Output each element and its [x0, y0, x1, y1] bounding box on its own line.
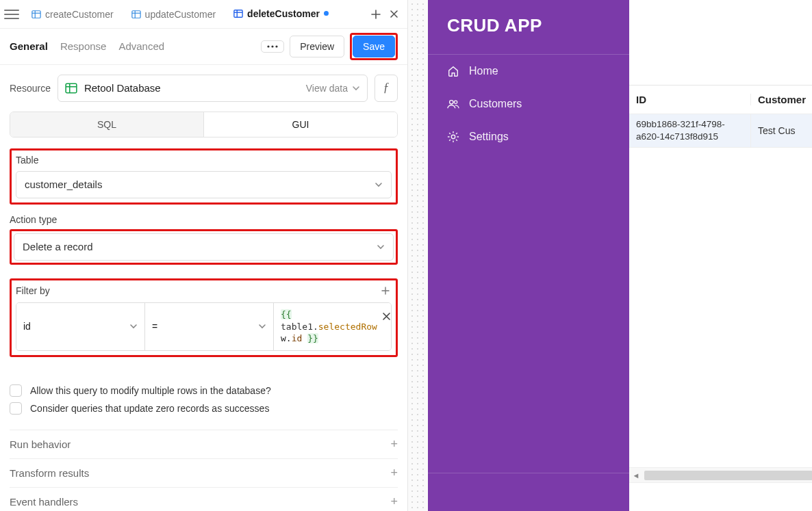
- option-zero-success[interactable]: Consider queries that update zero record…: [10, 402, 398, 415]
- gear-icon: [447, 131, 459, 143]
- ellipsis-icon: [267, 45, 278, 48]
- app-title: CRUD APP: [428, 0, 629, 55]
- add-tab-button[interactable]: [368, 6, 384, 23]
- menu-icon[interactable]: [4, 7, 19, 22]
- option-label: Consider queries that update zero record…: [30, 403, 269, 414]
- app-preview-panel: CRUD APP Home Customers Settings ID Cust…: [408, 0, 812, 511]
- table-footer: [629, 482, 812, 511]
- checkbox[interactable]: [10, 402, 22, 415]
- section-label: Run behavior: [10, 438, 71, 450]
- svg-point-11: [276, 45, 278, 47]
- save-highlight: Save: [350, 33, 398, 60]
- resource-label: Resource: [10, 83, 51, 94]
- chevron-down-icon: [377, 243, 385, 251]
- mode-tab-sql[interactable]: SQL: [10, 112, 204, 137]
- table-value: customer_details: [25, 179, 102, 190]
- tab-label: deleteCustomer: [247, 8, 320, 19]
- cell-customer: Test Cus: [751, 125, 812, 136]
- nav-item-settings[interactable]: Settings: [428, 120, 629, 153]
- tab-label: updateCustomer: [145, 9, 216, 20]
- view-data-button[interactable]: View data: [306, 83, 360, 94]
- svg-rect-6: [234, 10, 242, 17]
- mode-tabs: SQL GUI: [10, 112, 398, 137]
- nav-item-home[interactable]: Home: [428, 55, 629, 88]
- section-event-handlers[interactable]: Event handlers +: [10, 487, 398, 511]
- expr-obj: table1: [281, 322, 313, 332]
- filter-key-select[interactable]: id: [16, 303, 145, 350]
- filter-key-value: id: [23, 321, 31, 332]
- svg-rect-12: [66, 83, 77, 93]
- view-data-label: View data: [306, 83, 348, 94]
- section-transform-results[interactable]: Transform results +: [10, 458, 398, 487]
- section-run-behavior[interactable]: Run behavior +: [10, 430, 398, 458]
- table-icon: [131, 10, 141, 19]
- scroll-thumb[interactable]: [644, 471, 812, 480]
- expr-close: }}: [307, 333, 318, 343]
- app-main: ID Customer 69bb1868-321f-4798-a620-14c7…: [629, 0, 812, 511]
- cell-id: 69bb1868-321f-4798-a620-14c713f8d915: [629, 114, 751, 147]
- table-row[interactable]: 69bb1868-321f-4798-a620-14c713f8d915 Tes…: [629, 114, 812, 148]
- checkbox[interactable]: [10, 384, 22, 397]
- expr-prop1: selectedRow: [318, 322, 377, 332]
- table-icon: [31, 10, 41, 19]
- scroll-left-icon[interactable]: ◄: [629, 471, 643, 480]
- more-options-button[interactable]: [261, 40, 284, 53]
- filter-by-label: Filter by: [16, 285, 50, 296]
- plus-icon: +: [390, 437, 398, 451]
- tab-delete-customer[interactable]: deleteCustomer: [225, 0, 337, 29]
- unsaved-dot-icon: [324, 11, 329, 16]
- svg-rect-3: [131, 10, 140, 18]
- table-select[interactable]: customer_details: [16, 171, 392, 198]
- section-label: Transform results: [10, 467, 89, 479]
- chevron-down-icon: [258, 322, 266, 330]
- plus-icon: +: [390, 466, 398, 480]
- section-label: Event handlers: [10, 496, 78, 508]
- subtab-general[interactable]: General: [10, 40, 48, 52]
- filter-op-select[interactable]: =: [145, 303, 274, 350]
- query-editor-panel: createCustomer updateCustomer deleteCust…: [0, 0, 408, 511]
- preview-button[interactable]: Preview: [290, 36, 344, 57]
- tab-update-customer[interactable]: updateCustomer: [123, 0, 225, 29]
- close-tab-button[interactable]: [385, 6, 402, 23]
- save-button[interactable]: Save: [353, 36, 395, 57]
- add-filter-button[interactable]: [379, 285, 392, 297]
- expr-open: {{: [281, 309, 292, 319]
- editor-subnav: General Response Advanced Preview Save: [0, 29, 407, 65]
- horizontal-scrollbar[interactable]: ◄: [629, 467, 812, 482]
- nav-item-customers[interactable]: Customers: [428, 88, 629, 120]
- users-icon: [447, 98, 459, 110]
- svg-point-9: [268, 45, 270, 47]
- filter-value-input[interactable]: {{ table1.selectedRoww.id }}: [274, 303, 392, 350]
- plus-icon: [371, 10, 381, 19]
- col-header-customer[interactable]: Customer: [751, 94, 812, 105]
- table-label: Table: [16, 155, 392, 166]
- subtab-response[interactable]: Response: [60, 40, 107, 52]
- table-header: ID Customer: [629, 86, 812, 114]
- app-frame: CRUD APP Home Customers Settings ID Cust…: [427, 0, 812, 511]
- plus-icon: +: [390, 495, 398, 509]
- svg-point-17: [451, 135, 455, 138]
- chevron-down-icon: [352, 84, 360, 92]
- chevron-down-icon: [129, 322, 138, 330]
- plus-icon: [381, 287, 390, 295]
- tab-label: createCustomer: [45, 9, 114, 20]
- fx-button[interactable]: ƒ: [375, 75, 398, 102]
- app-sidebar: CRUD APP Home Customers Settings: [428, 0, 629, 511]
- table-icon: [65, 82, 77, 94]
- svg-point-15: [450, 101, 453, 104]
- remove-filter-button[interactable]: [379, 309, 392, 325]
- col-header-id[interactable]: ID: [629, 94, 751, 105]
- action-type-select[interactable]: Delete a record: [14, 233, 394, 261]
- action-type-highlight: Delete a record: [10, 229, 398, 265]
- home-icon: [447, 65, 459, 77]
- mode-tab-gui[interactable]: GUI: [204, 112, 397, 137]
- subtab-advanced[interactable]: Advanced: [118, 40, 164, 52]
- close-icon: [382, 312, 391, 321]
- tab-create-customer[interactable]: createCustomer: [23, 0, 122, 29]
- option-label: Allow this query to modify multiple rows…: [30, 385, 271, 396]
- table-icon: [233, 9, 243, 18]
- filter-by-highlight: Filter by id = {{ table1.selectedRo: [10, 278, 398, 357]
- editor-body: Resource Retool Database View data ƒ SQL…: [0, 65, 407, 511]
- option-allow-multi[interactable]: Allow this query to modify multiple rows…: [10, 384, 398, 397]
- resource-select[interactable]: Retool Database View data: [58, 75, 368, 102]
